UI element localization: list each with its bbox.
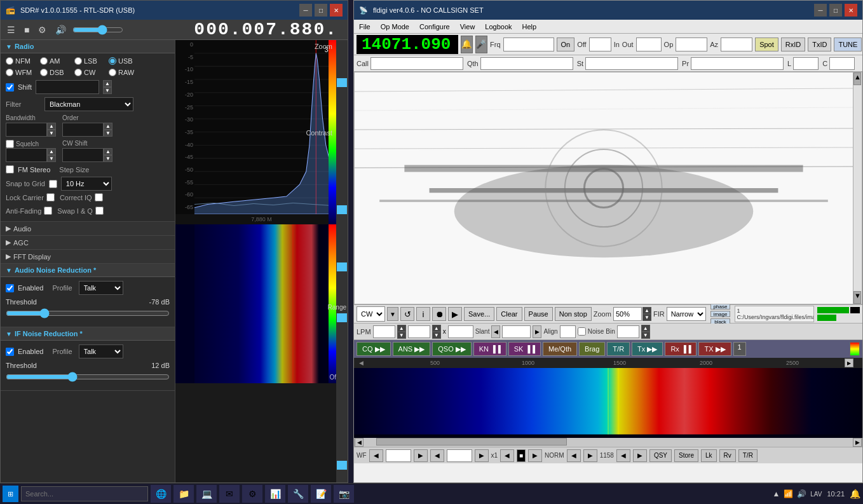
call-input[interactable]	[370, 57, 463, 70]
menu-opmode[interactable]: Op Mode	[376, 22, 414, 32]
squelch-up-button[interactable]: ▲	[47, 148, 56, 155]
sdr-maximize-button[interactable]: □	[315, 4, 327, 17]
tone-indicator-button[interactable]: 🔔	[461, 36, 473, 53]
scroll-right-btn[interactable]: ▶	[853, 438, 862, 447]
audio-noise-header[interactable]: ▼ Audio Noise Reduction *	[1, 264, 175, 277]
if-noise-profile-select[interactable]: Talk	[79, 344, 123, 358]
lpm-up[interactable]: ▲	[397, 325, 406, 332]
volume-slider[interactable]	[72, 25, 123, 35]
fm-stereo-checkbox[interactable]	[6, 165, 14, 174]
fldigi-close-button[interactable]: ✕	[845, 4, 857, 17]
anti-fading-checkbox[interactable]	[44, 207, 52, 215]
if-noise-enabled-label[interactable]: Enabled	[18, 348, 43, 355]
image-button[interactable]: image	[710, 311, 731, 317]
if-noise-enabled-checkbox[interactable]	[6, 348, 14, 356]
menu-view[interactable]: View	[455, 22, 480, 32]
audio-noise-enabled-label[interactable]: Enabled	[18, 284, 43, 292]
out-input[interactable]	[636, 37, 662, 51]
start-menu-button[interactable]: ⊞	[3, 486, 18, 502]
pause-button[interactable]: Pause	[524, 307, 553, 321]
mode-nfm-label[interactable]: NFM	[15, 57, 31, 65]
az-input[interactable]	[721, 37, 752, 51]
mode-raw-radio[interactable]	[109, 69, 116, 76]
squelch-down-button[interactable]: ▼	[47, 155, 56, 162]
snap-select[interactable]: 10 Hz	[61, 177, 112, 191]
next-norm-button[interactable]: ▶	[583, 449, 597, 462]
sk-button[interactable]: SK ▐▐	[508, 342, 541, 356]
scroll-left-btn[interactable]: ◀	[355, 438, 364, 447]
save-button[interactable]: Save...	[464, 307, 494, 321]
order-input[interactable]: 130	[62, 123, 104, 137]
correct-iq-checkbox[interactable]	[95, 193, 103, 201]
bandwidth-down-button[interactable]: ▼	[47, 130, 56, 137]
qsy-button[interactable]: QSY	[649, 449, 672, 462]
rx-button[interactable]: Rx ▐▐	[665, 342, 697, 356]
lk-button[interactable]: Lk	[701, 449, 717, 462]
fft-section[interactable]: ▶ FFT Display	[1, 250, 175, 264]
fm-stereo-label[interactable]: FM Stereo	[18, 166, 50, 174]
taskbar-extra2-icon[interactable]: 🔧	[288, 485, 308, 503]
x1-prev-button[interactable]: ◀	[500, 449, 514, 462]
taskbar-email-icon[interactable]: ✉	[219, 485, 240, 503]
meqth-button[interactable]: Me/Qth	[543, 342, 577, 356]
mode-lsb-label[interactable]: LSB	[84, 57, 97, 65]
mode-wfm-radio[interactable]	[6, 69, 13, 76]
taskbar-extra4-icon[interactable]: 📷	[334, 485, 354, 503]
bin-input[interactable]: 128	[617, 325, 639, 338]
mode-am-label[interactable]: AM	[50, 57, 60, 65]
volume-icon[interactable]: 🔊	[53, 24, 69, 36]
tr-button[interactable]: T/R	[607, 342, 630, 356]
mode-lsb[interactable]: LSB	[74, 57, 106, 65]
mode-usb-label[interactable]: USB	[118, 57, 133, 65]
audio-noise-profile-select[interactable]: Talk	[79, 281, 123, 295]
record-button[interactable]: ⏺	[432, 307, 446, 321]
scroll-thumb[interactable]	[376, 438, 567, 446]
settings-icon[interactable]: ⚙	[36, 24, 49, 36]
snap-checkbox[interactable]	[49, 180, 57, 188]
zoom-down[interactable]: ▼	[642, 314, 651, 321]
swap-iq-checkbox[interactable]	[95, 207, 104, 215]
agc-section[interactable]: ▶ AGC	[1, 236, 175, 250]
counter-prev[interactable]: ◀	[616, 449, 630, 462]
qth-input[interactable]	[480, 57, 573, 70]
lpm-v2-input[interactable]: 432	[408, 325, 430, 338]
shift-down-button[interactable]: ▼	[103, 87, 112, 94]
info-button[interactable]: i	[416, 307, 430, 321]
audio-noise-threshold-slider[interactable]	[6, 308, 170, 318]
lpm-input[interactable]: 120	[373, 325, 395, 338]
clear-button[interactable]: Clear	[496, 307, 522, 321]
shift-input[interactable]: -99 991 950	[36, 80, 99, 94]
op-input[interactable]	[676, 37, 707, 51]
noise-checkbox[interactable]	[578, 327, 586, 336]
zoom-input[interactable]: 50%	[613, 307, 642, 321]
bin-up[interactable]: ▲	[641, 325, 650, 332]
align-input[interactable]	[560, 325, 576, 338]
slant-left[interactable]: ◀	[491, 325, 500, 338]
bandwidth-input[interactable]: 2220	[6, 123, 47, 137]
mode-raw-label[interactable]: RAW	[118, 69, 134, 76]
c-input[interactable]	[829, 57, 855, 70]
cq-button[interactable]: CQ ▶▶	[357, 342, 391, 356]
audio-section[interactable]: ▶ Audio	[1, 222, 175, 236]
if-noise-header[interactable]: ▼ IF Noise Reduction *	[1, 327, 175, 341]
mode-am-radio[interactable]	[40, 57, 48, 65]
squelch-label[interactable]: Squelch	[16, 140, 39, 147]
off-input[interactable]: 0721	[589, 37, 611, 51]
lpm-v2-down[interactable]: ▼	[432, 332, 441, 339]
l-input[interactable]	[793, 57, 819, 70]
wf-prev-button[interactable]: ◀	[369, 449, 383, 462]
sdr-right-scrollbar[interactable]	[336, 40, 348, 482]
tx-btn-button[interactable]: Tx ▶▶	[632, 342, 663, 356]
menu-configure[interactable]: Configure	[414, 22, 455, 32]
rx-scroll-up[interactable]: ▲	[853, 72, 861, 85]
order-up-button[interactable]: ▲	[104, 123, 112, 130]
menu-file[interactable]: File	[354, 22, 376, 32]
mode-dsb-label[interactable]: DSB	[50, 69, 64, 76]
shift-checkbox[interactable]	[6, 83, 14, 92]
taskbar-extra1-icon[interactable]: 📊	[265, 485, 285, 503]
wf-prev2-button[interactable]: ◀	[430, 449, 444, 462]
order-down-button[interactable]: ▼	[104, 130, 112, 137]
taskbar-extra3-icon[interactable]: 📝	[311, 485, 331, 503]
sdr-close-button[interactable]: ✕	[330, 4, 343, 17]
lpm-down[interactable]: ▼	[397, 332, 406, 339]
